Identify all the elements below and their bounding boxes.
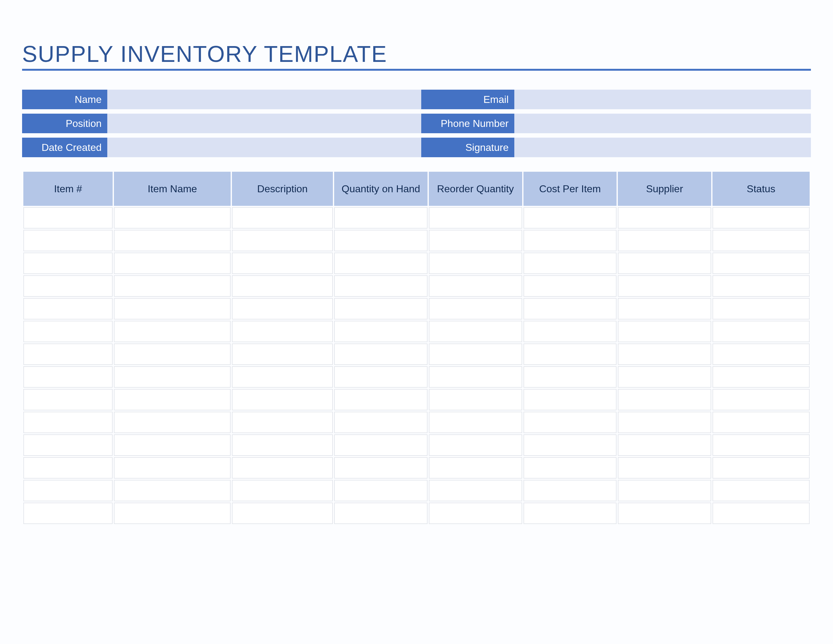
table-cell[interactable] — [114, 230, 231, 251]
table-cell[interactable] — [334, 366, 428, 388]
table-cell[interactable] — [23, 230, 113, 251]
table-cell[interactable] — [232, 366, 333, 388]
email-field[interactable] — [514, 90, 811, 109]
table-cell[interactable] — [523, 321, 617, 342]
table-cell[interactable] — [429, 457, 522, 478]
table-cell[interactable] — [232, 480, 333, 501]
table-cell[interactable] — [429, 502, 522, 524]
table-cell[interactable] — [114, 502, 231, 524]
table-cell[interactable] — [429, 207, 522, 229]
table-cell[interactable] — [523, 253, 617, 274]
table-cell[interactable] — [429, 253, 522, 274]
table-cell[interactable] — [712, 389, 810, 411]
table-cell[interactable] — [334, 480, 428, 501]
table-cell[interactable] — [523, 366, 617, 388]
table-cell[interactable] — [429, 275, 522, 297]
table-cell[interactable] — [334, 343, 428, 365]
table-cell[interactable] — [523, 480, 617, 501]
table-cell[interactable] — [114, 435, 231, 456]
table-cell[interactable] — [712, 502, 810, 524]
table-cell[interactable] — [429, 480, 522, 501]
position-field[interactable] — [107, 114, 421, 133]
table-cell[interactable] — [712, 343, 810, 365]
table-cell[interactable] — [23, 457, 113, 478]
table-cell[interactable] — [23, 389, 113, 411]
table-cell[interactable] — [232, 207, 333, 229]
date-created-field[interactable] — [107, 138, 421, 157]
table-cell[interactable] — [23, 435, 113, 456]
table-cell[interactable] — [23, 502, 113, 524]
table-cell[interactable] — [114, 275, 231, 297]
table-cell[interactable] — [712, 253, 810, 274]
table-cell[interactable] — [334, 457, 428, 478]
table-cell[interactable] — [232, 389, 333, 411]
table-cell[interactable] — [334, 230, 428, 251]
table-cell[interactable] — [114, 298, 231, 319]
table-cell[interactable] — [618, 366, 711, 388]
table-cell[interactable] — [114, 207, 231, 229]
table-cell[interactable] — [712, 412, 810, 433]
table-cell[interactable] — [114, 389, 231, 411]
table-cell[interactable] — [712, 230, 810, 251]
table-cell[interactable] — [232, 343, 333, 365]
table-cell[interactable] — [429, 230, 522, 251]
table-cell[interactable] — [618, 230, 711, 251]
table-cell[interactable] — [334, 275, 428, 297]
table-cell[interactable] — [23, 480, 113, 501]
table-cell[interactable] — [712, 321, 810, 342]
name-field[interactable] — [107, 90, 421, 109]
table-cell[interactable] — [114, 412, 231, 433]
table-cell[interactable] — [114, 321, 231, 342]
table-cell[interactable] — [712, 275, 810, 297]
table-cell[interactable] — [429, 435, 522, 456]
table-cell[interactable] — [334, 207, 428, 229]
signature-field[interactable] — [514, 138, 811, 157]
table-cell[interactable] — [618, 343, 711, 365]
table-cell[interactable] — [23, 275, 113, 297]
table-cell[interactable] — [523, 435, 617, 456]
table-cell[interactable] — [23, 412, 113, 433]
table-cell[interactable] — [429, 321, 522, 342]
table-cell[interactable] — [232, 412, 333, 433]
table-cell[interactable] — [334, 389, 428, 411]
table-cell[interactable] — [712, 457, 810, 478]
table-cell[interactable] — [523, 275, 617, 297]
table-cell[interactable] — [114, 457, 231, 478]
table-cell[interactable] — [523, 457, 617, 478]
table-cell[interactable] — [429, 412, 522, 433]
table-cell[interactable] — [523, 230, 617, 251]
table-cell[interactable] — [23, 253, 113, 274]
table-cell[interactable] — [618, 480, 711, 501]
table-cell[interactable] — [23, 207, 113, 229]
table-cell[interactable] — [23, 366, 113, 388]
table-cell[interactable] — [232, 321, 333, 342]
table-cell[interactable] — [712, 366, 810, 388]
table-cell[interactable] — [712, 480, 810, 501]
table-cell[interactable] — [712, 298, 810, 319]
table-cell[interactable] — [114, 366, 231, 388]
table-cell[interactable] — [712, 435, 810, 456]
table-cell[interactable] — [429, 343, 522, 365]
table-cell[interactable] — [114, 343, 231, 365]
table-cell[interactable] — [618, 253, 711, 274]
table-cell[interactable] — [523, 502, 617, 524]
table-cell[interactable] — [334, 502, 428, 524]
table-cell[interactable] — [334, 298, 428, 319]
table-cell[interactable] — [334, 412, 428, 433]
table-cell[interactable] — [618, 275, 711, 297]
table-cell[interactable] — [232, 230, 333, 251]
table-cell[interactable] — [712, 207, 810, 229]
table-cell[interactable] — [618, 435, 711, 456]
table-cell[interactable] — [618, 412, 711, 433]
table-cell[interactable] — [232, 275, 333, 297]
table-cell[interactable] — [523, 298, 617, 319]
table-cell[interactable] — [232, 502, 333, 524]
table-cell[interactable] — [23, 298, 113, 319]
table-cell[interactable] — [618, 207, 711, 229]
table-cell[interactable] — [618, 457, 711, 478]
table-cell[interactable] — [232, 457, 333, 478]
table-cell[interactable] — [618, 502, 711, 524]
table-cell[interactable] — [618, 298, 711, 319]
table-cell[interactable] — [429, 366, 522, 388]
table-cell[interactable] — [523, 207, 617, 229]
